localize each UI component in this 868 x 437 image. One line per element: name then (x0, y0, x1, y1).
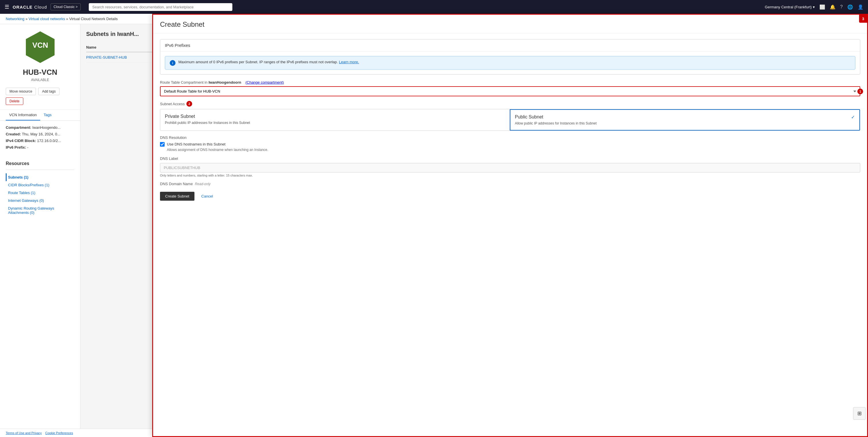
route-table-badge: 1 (857, 89, 863, 94)
resource-subnets[interactable]: Subnets (1) (6, 173, 74, 181)
resources-title: Resources (6, 161, 74, 166)
ipv6-row: IPv6 Prefix: - (6, 145, 74, 149)
nav-right: Germany Central (Frankfurt) ▾ ⬜ 🔔 ? 🌐 👤 (765, 4, 863, 10)
dns-label-hint: Only letters and numbers, starting with … (160, 174, 860, 177)
breadcrumb-sep2: » (66, 17, 68, 21)
help-float-button[interactable]: ⊞ (853, 407, 866, 420)
vcn-name: HUB-VCN (6, 68, 74, 77)
vcn-info: Compartment: IwanHoogendo... Created: Th… (0, 121, 80, 156)
breadcrumb-vcn[interactable]: Virtual cloud networks (29, 17, 65, 21)
corner-badge-3: 3 (859, 14, 867, 23)
create-subnet-submit-button[interactable]: Create Subnet (160, 192, 194, 201)
vcn-tabs: VCN Information Tags (0, 110, 80, 121)
route-table-label: Route Table Compartment in IwanHoogendoo… (160, 80, 860, 85)
dns-label-input[interactable] (160, 163, 860, 173)
left-sidebar: VCN HUB-VCN AVAILABLE Move resource Add … (0, 24, 81, 437)
ipv6-info-banner: i Maximum amount of 0 IPv6 prefixes per … (165, 56, 855, 69)
dns-label-section: DNS Label Only letters and numbers, star… (160, 156, 860, 177)
subnet-check-icon: ✓ (851, 114, 855, 120)
route-table-section: Route Table Compartment in IwanHoogendoo… (160, 80, 860, 96)
panel-body: IPv6 Prefixes i Maximum amount of 0 IPv6… (153, 33, 867, 215)
panel-title: Create Subnet (153, 14, 867, 33)
terminal-icon[interactable]: ⬜ (819, 4, 825, 10)
cloud-classic-button[interactable]: Cloud Classic > (51, 3, 81, 10)
ipv6-section-body: i Maximum amount of 0 IPv6 prefixes per … (160, 52, 860, 74)
private-subnet-title: Private Subnet (165, 114, 505, 119)
create-subnet-panel: 3 Create Subnet IPv6 Prefixes i Maximum … (152, 14, 868, 437)
resource-cidr[interactable]: CIDR Blocks/Prefixes (1) (6, 181, 74, 189)
info-icon: i (170, 60, 176, 66)
breadcrumb-detail: Virtual Cloud Network Details (69, 17, 118, 21)
dns-domain-section: DNS Domain Name Read-only (160, 182, 860, 186)
vcn-hex-logo: VCN (23, 30, 57, 64)
subnet-access-options: Private Subnet Prohibit public IP addres… (160, 109, 860, 131)
subnet-link[interactable]: PRIVATE-SUBNET-HUB (86, 55, 127, 59)
public-subnet-desc: Allow public IP addresses for Instances … (515, 121, 855, 125)
subnets-title: Subnets in IwanH... (86, 31, 139, 37)
ipv6-banner-text: Maximum amount of 0 IPv6 prefixes per Su… (178, 60, 359, 64)
help-float-icon: ⊞ (857, 410, 862, 416)
dns-checkbox-row: Use DNS hostnames in this Subnet (160, 142, 860, 147)
dns-resolution-section: DNS Resolution Use DNS hostnames in this… (160, 136, 860, 152)
subnet-access-label: Subnet Access 2 (160, 101, 860, 107)
public-subnet-title: Public Subnet (515, 114, 855, 120)
cancel-button[interactable]: Cancel (198, 192, 216, 201)
terms-link[interactable]: Terms of Use and Privacy (6, 431, 42, 435)
footer-left: Terms of Use and Privacy Cookie Preferen… (6, 431, 73, 435)
add-tags-button[interactable]: Add tags (38, 88, 59, 95)
tab-vcn-information[interactable]: VCN Information (6, 110, 40, 120)
dns-label-title: DNS Label (160, 156, 860, 161)
route-table-select[interactable]: Default Route Table for HUB-VCN (160, 86, 860, 96)
resource-drg[interactable]: Dynamic Routing GatewaysAttachments (0) (6, 204, 74, 216)
route-table-select-wrapper: Default Route Table for HUB-VCN 1 (160, 86, 860, 96)
resources-section: Resources Subnets (1) CIDR Blocks/Prefix… (0, 156, 80, 216)
user-icon[interactable]: 👤 (858, 4, 863, 10)
private-subnet-option[interactable]: Private Subnet Prohibit public IP addres… (160, 109, 510, 130)
region-selector[interactable]: Germany Central (Frankfurt) ▾ (765, 5, 815, 9)
top-navigation: ☰ ORACLE Cloud Cloud Classic > Germany C… (0, 0, 868, 14)
vcn-header: VCN HUB-VCN AVAILABLE (0, 24, 80, 88)
public-subnet-option[interactable]: ✓ Public Subnet Allow public IP addresse… (510, 109, 860, 130)
delete-button[interactable]: Delete (6, 97, 23, 105)
tab-tags[interactable]: Tags (40, 110, 55, 120)
globe-icon[interactable]: 🌐 (847, 4, 853, 10)
help-icon[interactable]: ? (840, 4, 843, 9)
oracle-logo: ORACLE Cloud (13, 5, 47, 9)
subnet-access-badge: 2 (186, 101, 192, 107)
change-compartment-link[interactable]: (Change compartment) (245, 80, 284, 85)
breadcrumb-sep1: » (26, 17, 28, 21)
global-search-input[interactable] (89, 3, 232, 11)
bell-icon[interactable]: 🔔 (830, 4, 836, 10)
ipv4-row: IPv4 CIDR Block: 172.16.0.0/2... (6, 139, 74, 143)
move-resource-button[interactable]: Move resource (6, 88, 36, 95)
cookie-link[interactable]: Cookie Preferences (45, 431, 73, 435)
dns-resolution-label: DNS Resolution (160, 136, 860, 140)
learn-more-link[interactable]: Learn more. (339, 60, 359, 64)
svg-text:VCN: VCN (32, 41, 48, 50)
vcn-actions: Move resource Add tags Delete (0, 88, 80, 110)
read-only-tag: Read-only (195, 182, 211, 186)
created-row: Created: Thu, May 16, 2024, 0... (6, 132, 74, 136)
dns-checkbox-desc: Allows assignment of DNS hostname when l… (167, 148, 860, 152)
action-buttons: Create Subnet Cancel (160, 192, 860, 209)
ipv6-section-header: IPv6 Prefixes (160, 39, 860, 52)
menu-icon[interactable]: ☰ (5, 4, 9, 10)
resource-route-tables[interactable]: Route Tables (1) (6, 189, 74, 197)
dns-domain-label: DNS Domain Name Read-only (160, 182, 860, 186)
private-subnet-desc: Prohibit public IP addresses for Instanc… (165, 121, 505, 125)
vcn-status: AVAILABLE (6, 78, 74, 82)
dns-hostname-checkbox[interactable] (160, 142, 164, 147)
subnet-access-section: Subnet Access 2 Private Subnet Prohibit … (160, 101, 860, 131)
resource-internet-gateways[interactable]: Internet Gateways (0) (6, 197, 74, 204)
breadcrumb-networking[interactable]: Networking (6, 17, 24, 21)
compartment-row: Compartment: IwanHoogendo... (6, 125, 74, 130)
ipv6-section: IPv6 Prefixes i Maximum amount of 0 IPv6… (160, 39, 860, 75)
dns-checkbox-label: Use DNS hostnames in this Subnet (167, 142, 225, 146)
